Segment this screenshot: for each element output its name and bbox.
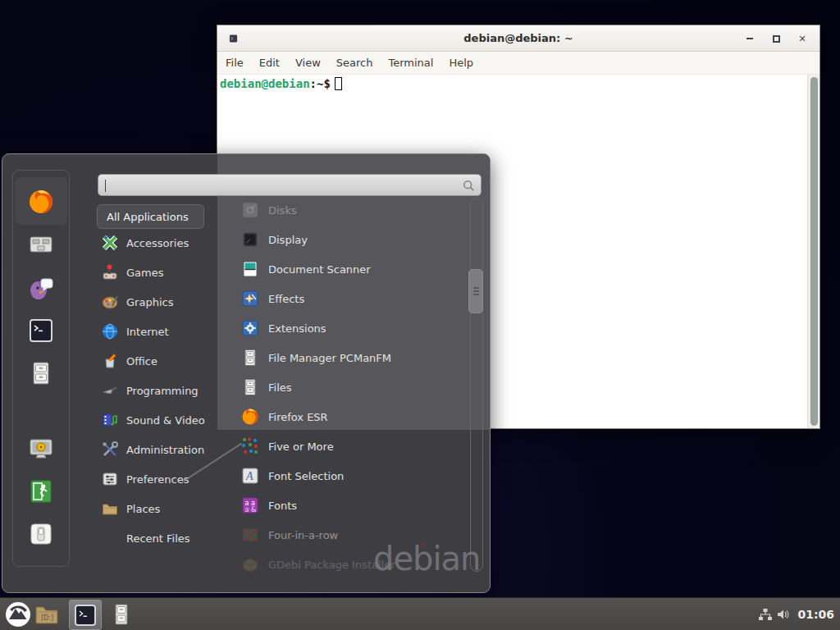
package-manager-icon[interactable] xyxy=(27,231,55,258)
window-title: debian@debian: ~ xyxy=(217,32,819,44)
svg-text:A: A xyxy=(245,470,253,482)
five-or-more-icon xyxy=(240,436,260,456)
programming-icon xyxy=(101,381,119,399)
sound-video-icon xyxy=(101,411,119,429)
apps-scrollbar-track[interactable] xyxy=(470,198,483,572)
terminal-cursor xyxy=(335,77,342,90)
menu-edit[interactable]: Edit xyxy=(259,57,280,69)
office-icon xyxy=(101,352,119,370)
category-administration[interactable]: Administration xyxy=(97,435,217,464)
screensaver-lock-icon[interactable] xyxy=(27,435,55,463)
debian-watermark-dot xyxy=(421,542,425,546)
prompt-user-host: debian@debian xyxy=(220,77,310,90)
app-disks[interactable]: Disks xyxy=(234,195,463,225)
extensions-icon xyxy=(240,318,260,338)
games-icon xyxy=(101,263,119,281)
graphics-icon xyxy=(101,293,119,311)
terminal-titlebar[interactable]: debian@debian: ~ ✕ xyxy=(217,25,819,52)
app-document-scanner[interactable]: Document Scanner xyxy=(234,254,463,284)
category-all-applications[interactable]: All Applications xyxy=(97,204,204,229)
app-fonts[interactable]: a a a & Fonts xyxy=(234,491,463,520)
category-recent-files[interactable]: Recent Files xyxy=(97,523,217,553)
app-display[interactable]: Display xyxy=(234,225,463,254)
fonts-icon: a a a & xyxy=(240,495,260,515)
apps-scrollbar-thumb[interactable] xyxy=(468,269,483,313)
app-font-selection[interactable]: A Font Selection xyxy=(234,461,463,491)
terminal-sidebar-icon[interactable] xyxy=(27,317,55,345)
desktop: { "colors": { "desktop_navy": "#050518",… xyxy=(0,0,840,630)
terminal-scrollbar-thumb[interactable] xyxy=(810,77,818,426)
menu-view[interactable]: View xyxy=(295,57,321,69)
category-preferences[interactable]: Preferences xyxy=(97,464,217,494)
category-sound-video[interactable]: Sound & Video xyxy=(97,405,217,435)
menu-file[interactable]: File xyxy=(226,57,244,69)
menu-terminal[interactable]: Terminal xyxy=(388,57,433,69)
taskbar-menu-button[interactable] xyxy=(5,601,31,628)
file-manager-icon[interactable] xyxy=(27,359,55,387)
firefox-icon[interactable] xyxy=(27,188,55,216)
close-button[interactable]: ✕ xyxy=(797,33,808,44)
places-icon xyxy=(101,500,119,518)
logout-icon[interactable] xyxy=(27,477,55,505)
terminal-prompt: debian@debian:~$ xyxy=(217,75,819,90)
taskbar-folder-icon[interactable]: [D:] xyxy=(34,603,59,626)
administration-icon xyxy=(101,441,119,459)
app-files[interactable]: Files xyxy=(234,372,463,402)
network-tray-icon[interactable] xyxy=(758,607,773,622)
shutdown-icon[interactable] xyxy=(27,520,55,548)
menu-search[interactable]: Search xyxy=(336,57,373,69)
terminal-menubar: File Edit View Search Terminal Help xyxy=(217,52,819,75)
minimize-button[interactable] xyxy=(744,33,756,44)
taskbar-terminal-button[interactable] xyxy=(69,600,102,630)
preferences-icon xyxy=(101,470,119,488)
maximize-button[interactable] xyxy=(770,33,782,44)
pidgin-icon[interactable] xyxy=(27,274,55,302)
taskbar-clock[interactable]: 01:06 xyxy=(797,608,834,621)
file-manager-pcmanfm-icon xyxy=(240,348,260,368)
taskbar: [D:] 01:06 xyxy=(0,597,840,630)
app-effects[interactable]: Effects xyxy=(234,284,463,313)
menu-help[interactable]: Help xyxy=(449,57,473,69)
app-extensions[interactable]: Extensions xyxy=(234,313,463,343)
prompt-path: :~$ xyxy=(310,77,331,90)
app-five-or-more[interactable]: Five or More xyxy=(234,431,463,461)
internet-icon xyxy=(101,322,119,340)
volume-tray-icon[interactable] xyxy=(776,607,791,622)
search-caret xyxy=(105,180,106,192)
search-input[interactable] xyxy=(98,175,481,195)
svg-text:a &: a & xyxy=(245,506,257,514)
app-file-manager-pcmanfm[interactable]: File Manager PCManFM xyxy=(234,343,463,372)
four-in-a-row-icon xyxy=(240,525,260,545)
debian-watermark: debian xyxy=(373,540,480,578)
application-menu: All Applications Accessories Games Graph… xyxy=(2,153,491,593)
search-box xyxy=(98,174,482,196)
svg-text:[D:]: [D:] xyxy=(41,614,53,622)
category-games[interactable]: Games xyxy=(97,258,217,287)
app-firefox-esr[interactable]: Firefox ESR xyxy=(234,402,463,431)
firefox-esr-icon xyxy=(240,407,260,427)
search-icon xyxy=(463,180,475,192)
taskbar-cabinet-icon[interactable] xyxy=(110,603,133,626)
category-accessories[interactable]: Accessories xyxy=(97,228,217,258)
category-places[interactable]: Places xyxy=(97,494,217,523)
terminal-scrollbar[interactable] xyxy=(807,75,819,428)
disks-icon xyxy=(240,200,260,220)
category-graphics[interactable]: Graphics xyxy=(97,287,217,317)
gdebi-icon xyxy=(240,555,260,574)
files-icon xyxy=(240,377,260,397)
taskbar-terminal-icon xyxy=(74,604,97,627)
category-programming[interactable]: Programming xyxy=(97,376,217,405)
category-office[interactable]: Office xyxy=(97,346,217,376)
display-icon xyxy=(240,230,260,249)
accessories-icon xyxy=(101,234,119,252)
font-selection-icon: A xyxy=(240,466,260,486)
category-internet[interactable]: Internet xyxy=(97,317,217,346)
effects-icon xyxy=(240,289,260,308)
document-scanner-icon xyxy=(240,259,260,279)
